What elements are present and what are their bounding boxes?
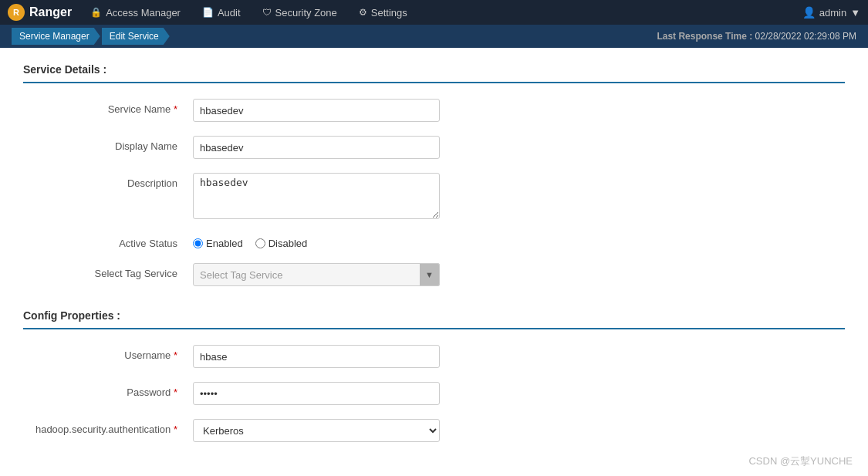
breadcrumb-bar: Service Manager Edit Service Last Respon… xyxy=(0,25,868,48)
disabled-radio-label[interactable]: Disabled xyxy=(255,238,308,249)
last-response-time: Last Response Time : 02/28/2022 02:29:08… xyxy=(657,31,856,42)
logo-text: Ranger xyxy=(29,5,72,19)
user-icon: 👤 xyxy=(802,6,816,19)
active-status-group: Enabled Disabled xyxy=(193,233,307,249)
nav-security-zone-label: Security Zone xyxy=(275,7,337,19)
service-name-required: * xyxy=(174,103,177,115)
description-row: Description hbasedev xyxy=(23,173,845,219)
nav-access-manager[interactable]: 🔒 Access Manager xyxy=(79,0,191,25)
enabled-radio-label[interactable]: Enabled xyxy=(193,238,243,249)
hadoop-auth-required: * xyxy=(174,424,177,435)
settings-icon: ⚙ xyxy=(359,7,367,18)
password-label: Password * xyxy=(23,382,193,398)
display-name-label: Display Name xyxy=(23,136,193,152)
config-properties-section: Config Properties : Username * Password … xyxy=(23,309,845,442)
service-name-row: Service Name * xyxy=(23,99,845,122)
hadoop-auth-label: hadoop.security.authentication * xyxy=(23,419,193,435)
top-nav: R Ranger 🔒 Access Manager 📄 Audit 🛡 Secu… xyxy=(0,0,868,25)
tag-service-select[interactable]: Select Tag Service xyxy=(193,263,440,286)
description-label: Description xyxy=(23,173,193,189)
service-name-input[interactable] xyxy=(193,99,440,122)
username-input[interactable] xyxy=(193,345,440,368)
display-name-row: Display Name xyxy=(23,136,845,159)
tag-service-wrapper: Select Tag Service ▼ xyxy=(193,263,440,286)
last-response-label: Last Response Time : xyxy=(657,31,752,42)
app-logo: R Ranger xyxy=(8,4,72,21)
nav-settings[interactable]: ⚙ Settings xyxy=(348,0,418,25)
nav-audit[interactable]: 📄 Audit xyxy=(191,0,252,25)
enabled-radio[interactable] xyxy=(193,238,203,248)
user-dropdown-icon: ▼ xyxy=(850,7,860,19)
disabled-label: Disabled xyxy=(269,238,308,249)
watermark: CSDN @云掣YUNCHE xyxy=(748,454,853,468)
nav-security-zone[interactable]: 🛡 Security Zone xyxy=(252,0,348,25)
nav-settings-label: Settings xyxy=(371,7,407,19)
display-name-input[interactable] xyxy=(193,136,440,159)
audit-icon: 📄 xyxy=(202,7,214,18)
password-row: Password * xyxy=(23,382,845,405)
breadcrumb-service-manager[interactable]: Service Manager xyxy=(12,28,100,45)
hadoop-auth-row: hadoop.security.authentication * Kerbero… xyxy=(23,419,845,442)
active-status-label: Active Status xyxy=(23,233,193,249)
service-details-header: Service Details : xyxy=(23,63,845,83)
service-name-label: Service Name * xyxy=(23,99,193,115)
last-response-value: 02/28/2022 02:29:08 PM xyxy=(755,31,856,42)
enabled-label: Enabled xyxy=(206,238,243,249)
description-input[interactable]: hbasedev xyxy=(193,173,440,219)
active-status-row: Active Status Enabled Disabled xyxy=(23,233,845,249)
main-content: Service Details : Service Name * Display… xyxy=(0,48,868,476)
username-required: * xyxy=(174,349,177,361)
access-manager-icon: 🔒 xyxy=(90,7,102,18)
user-label: admin xyxy=(819,7,846,19)
disabled-radio[interactable] xyxy=(255,238,265,248)
username-label: Username * xyxy=(23,345,193,361)
password-input[interactable] xyxy=(193,382,440,405)
hadoop-auth-select[interactable]: Kerberos Simple None xyxy=(193,419,440,442)
tag-service-label: Select Tag Service xyxy=(23,263,193,279)
tag-service-row: Select Tag Service Select Tag Service ▼ xyxy=(23,263,845,286)
password-required: * xyxy=(174,387,177,398)
username-row: Username * xyxy=(23,345,845,368)
logo-icon: R xyxy=(8,4,25,21)
nav-access-manager-label: Access Manager xyxy=(106,7,181,19)
nav-audit-label: Audit xyxy=(218,7,241,19)
config-properties-header: Config Properties : xyxy=(23,309,845,329)
user-menu[interactable]: 👤 admin ▼ xyxy=(802,6,860,19)
breadcrumb-edit-service[interactable]: Edit Service xyxy=(102,28,170,45)
security-zone-icon: 🛡 xyxy=(262,7,272,18)
